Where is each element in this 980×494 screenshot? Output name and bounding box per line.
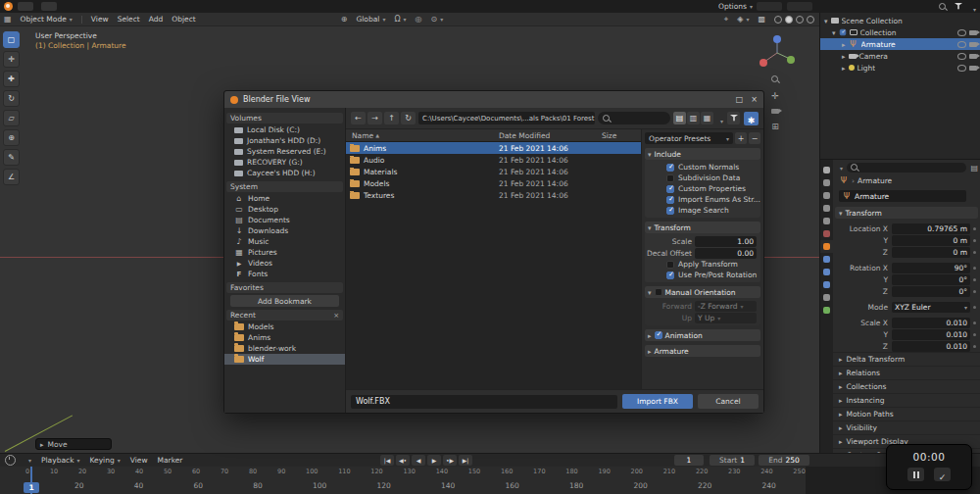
volumes-section-header[interactable]: Volumes [226,113,343,124]
outliner-row-scene-collection[interactable]: Scene Collection [820,15,980,26]
sidebar-item[interactable]: Fonts [224,269,345,279]
animation-checkbox[interactable] [655,331,662,339]
sidebar-item[interactable]: Downloads [224,225,345,236]
hide-toggle-icon[interactable] [957,65,966,72]
pan-icon[interactable]: ✛ [771,91,779,101]
properties-tab[interactable] [820,176,833,189]
value-field[interactable]: 0.010 [892,318,970,328]
shading-wireframe-icon[interactable] [774,16,782,24]
transform-section-header[interactable]: Transform [645,222,760,233]
display-size-dropdown[interactable] [717,109,723,127]
checkbox-row[interactable]: Custom Properties [645,183,760,194]
properties-tab[interactable] [820,304,833,317]
column-size[interactable]: Size [602,131,641,140]
cancel-button[interactable]: Cancel [698,394,759,409]
pause-button[interactable] [907,468,924,481]
properties-options-icon[interactable]: ▤ [970,164,978,173]
clear-recent-icon[interactable]: × [333,312,339,320]
sidebar-item[interactable]: Wolf [224,354,345,365]
value-field[interactable]: 0.00 [695,248,757,259]
column-date-modified[interactable]: Date Modified [499,131,602,140]
navigation-gizmo[interactable] [757,32,798,74]
nav-button[interactable]: ← [351,112,366,124]
checkbox[interactable] [666,174,674,182]
hide-toggle-icon[interactable] [957,41,966,48]
timeline-menu-item[interactable]: View [130,456,148,465]
properties-tab[interactable] [820,240,833,253]
breadcrumb-label[interactable]: Armature [858,176,892,185]
tool-button[interactable]: ✛ [3,51,20,68]
properties-section-header[interactable]: Motion Paths [833,407,980,420]
settings-button[interactable] [744,112,759,125]
file-row[interactable]: Materials 21 Feb 2021 14:06 [346,166,641,177]
tool-button[interactable]: ∠ [3,169,20,185]
timeline-editor-icon[interactable] [5,455,16,466]
shading-material-icon[interactable] [796,16,804,24]
hide-toggle-icon[interactable] [957,53,966,60]
file-row[interactable]: Models 21 Feb 2021 14:06 [346,177,641,189]
editor-type-dropdown[interactable] [25,456,31,465]
animate-dot-icon[interactable] [973,321,976,324]
animate-dot-icon[interactable] [973,227,976,230]
operator-panel[interactable]: Move [35,438,112,450]
transport-button[interactable]: ◀ [412,455,425,466]
remove-preset-button[interactable]: − [749,132,760,144]
sidebar-item[interactable]: Caycee's HDD (H:) [224,168,345,178]
filter-icon[interactable] [955,3,962,10]
recent-section-header[interactable]: Recent × [226,310,343,321]
value-field[interactable]: 0.010 [892,341,970,352]
column-name[interactable]: Name▲ [346,131,499,140]
checkbox[interactable] [666,164,674,172]
tool-button[interactable]: ✚ [3,71,20,87]
toggle-perspective-icon[interactable]: ⊞ [771,122,779,131]
tool-button[interactable]: ▢ [3,31,20,48]
outliner-row-object[interactable]: Camera [820,50,980,62]
sidebar-item[interactable]: Videos [224,258,345,269]
render-toggle-icon[interactable] [969,54,977,59]
shading-rendered-icon[interactable] [807,16,814,24]
sidebar-item[interactable]: Local Disk (C:) [224,124,345,135]
value-field[interactable]: 0° [892,286,970,297]
armature-section-header[interactable]: Armature [645,345,760,357]
frame-start-field[interactable]: Start1 [710,455,755,466]
transform-orientation-dropdown[interactable]: Global [356,15,385,24]
sidebar-item[interactable]: Documents [224,215,345,225]
properties-tab[interactable] [820,278,833,291]
properties-search-input[interactable] [847,163,966,173]
nav-button[interactable]: → [368,112,382,124]
checkbox-row[interactable]: Image Search [645,205,760,216]
checkbox-row[interactable]: Subdivision Data [645,173,760,183]
add-preset-button[interactable]: + [735,132,747,144]
sidebar-item[interactable]: Jonathan's HDD (D:) [224,135,345,146]
animate-dot-icon[interactable] [973,333,976,336]
add-bookmark-button[interactable]: Add Bookmark [230,295,339,307]
workspace-icon[interactable] [18,2,33,11]
display-mode-button[interactable]: ▥ [687,112,700,124]
sidebar-item[interactable]: Pictures [224,247,345,258]
value-field[interactable]: 1.00 [695,236,757,247]
file-search-input[interactable] [598,112,670,124]
display-mode-button[interactable]: ▤ [673,112,686,124]
outliner-row-collection[interactable]: Collection [820,26,980,38]
zoom-icon[interactable] [771,75,779,83]
viewport-menu-item[interactable]: View [91,15,109,24]
blender-logo-icon[interactable] [4,2,13,11]
collapse-icon[interactable] [824,17,828,25]
filter-button[interactable] [727,112,740,124]
value-field[interactable]: 0 m [892,235,970,246]
properties-tab[interactable] [820,215,833,227]
xray-toggle-icon[interactable]: ▩ [758,15,765,24]
properties-display-dropdown[interactable] [837,164,843,173]
search-icon[interactable] [939,3,947,11]
dialog-titlebar[interactable]: Blender File View □ × [224,91,763,108]
transport-button[interactable]: |◀ [380,455,394,466]
manual-orientation-section-header[interactable]: Manual Orientation [645,286,760,298]
view-layer-selector[interactable] [787,2,812,11]
object-name-field[interactable]: Armature [839,190,966,202]
checkbox[interactable] [666,261,674,269]
properties-tab[interactable] [820,291,833,304]
file-row[interactable]: Audio 21 Feb 2021 14:06 [346,154,641,166]
filename-input[interactable]: Wolf.FBX [351,395,617,409]
tool-settings-icon[interactable] [41,2,57,11]
properties-tab[interactable] [820,227,833,240]
